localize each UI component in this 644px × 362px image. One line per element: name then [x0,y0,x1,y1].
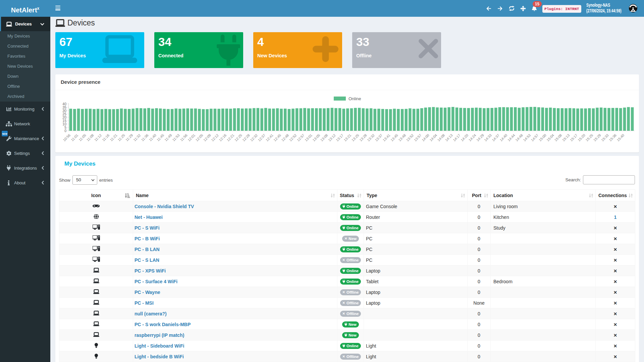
svg-text:14:24: 14:24 [468,133,477,142]
svg-text:15:08: 15:08 [553,133,562,142]
svg-text:12:16: 12:16 [218,133,227,142]
svg-text:14:40: 14:40 [499,133,508,142]
svg-text:12:09: 12:09 [203,133,212,142]
svg-text:13:48: 13:48 [397,133,407,142]
svg-text:11:36: 11:36 [140,133,149,142]
svg-text:13:52: 13:52 [405,133,414,142]
svg-text:11:05: 11:05 [78,133,87,142]
svg-text:11:56: 11:56 [179,133,188,142]
svg-text:11:25: 11:25 [117,133,126,142]
svg-text:13:45: 13:45 [390,133,399,142]
svg-text:10:56: 10:56 [62,133,71,142]
svg-text:15:36: 15:36 [608,133,617,142]
svg-text:12:32: 12:32 [249,133,258,142]
svg-text:12:41: 12:41 [265,133,274,142]
svg-text:13:08: 13:08 [320,133,329,142]
svg-text:13:01: 13:01 [304,133,313,142]
svg-text:14:04: 14:04 [429,133,438,142]
svg-text:13:05: 13:05 [312,133,321,142]
svg-text:15:04: 15:04 [546,133,555,142]
svg-text:14:33: 14:33 [483,133,492,142]
svg-text:14:57: 14:57 [530,133,539,142]
svg-text:12:25: 12:25 [234,133,243,142]
svg-text:14:20: 14:20 [460,133,469,142]
svg-text:11:16: 11:16 [101,133,110,142]
svg-text:12:48: 12:48 [280,133,289,142]
svg-text:13:32: 13:32 [366,133,375,142]
svg-text:11:29: 11:29 [125,133,134,142]
svg-text:14:48: 14:48 [515,133,524,142]
svg-text:12:21: 12:21 [226,133,235,142]
svg-text:13:21: 13:21 [343,133,352,142]
svg-text:15:00: 15:00 [538,133,547,142]
svg-text:14:29: 14:29 [476,133,485,142]
svg-text:Online: Online [348,96,361,101]
svg-text:12:05: 12:05 [195,133,204,142]
svg-text:13:57: 13:57 [413,133,422,142]
svg-text:15:33: 15:33 [600,133,609,142]
svg-text:11:12: 11:12 [94,133,103,142]
svg-text:14:53: 14:53 [522,133,531,142]
svg-text:12:52: 12:52 [288,133,298,142]
svg-text:15:40: 15:40 [616,133,625,142]
svg-text:13:12: 13:12 [327,133,336,142]
svg-text:14:37: 14:37 [491,133,500,142]
svg-text:14:00: 14:00 [421,133,430,142]
svg-text:12:57: 12:57 [296,133,305,142]
svg-text:12:01: 12:01 [187,133,196,142]
svg-text:15:29: 15:29 [593,133,602,142]
svg-text:12:12: 12:12 [210,133,219,142]
svg-text:15:17: 15:17 [569,133,578,142]
svg-text:40: 40 [62,102,66,106]
svg-text:11:21: 11:21 [109,133,118,142]
svg-text:12:28: 12:28 [241,133,251,142]
svg-text:15:25: 15:25 [585,133,594,142]
svg-text:14:08: 14:08 [436,133,445,142]
svg-text:11:49: 11:49 [164,133,173,142]
svg-text:15:20: 15:20 [577,133,586,142]
svg-text:15:13: 15:13 [561,133,570,142]
svg-text:11:40: 11:40 [148,133,157,142]
svg-text:14:13: 14:13 [444,133,453,142]
svg-text:14:17: 14:17 [452,133,461,142]
svg-text:12:45: 12:45 [273,133,282,142]
svg-text:11:01: 11:01 [70,133,79,142]
svg-text:13:28: 13:28 [359,133,368,142]
svg-text:13:25: 13:25 [351,133,360,142]
svg-text:11:45: 11:45 [156,133,165,142]
svg-text:13:41: 13:41 [382,133,391,142]
svg-text:13:37: 13:37 [374,133,383,142]
svg-text:11:32: 11:32 [132,133,142,142]
svg-text:11:08: 11:08 [86,133,95,142]
svg-text:13:17: 13:17 [335,133,344,142]
svg-text:12:37: 12:37 [257,133,266,142]
svg-text:11:53: 11:53 [171,133,180,142]
svg-text:14:44: 14:44 [507,133,516,142]
